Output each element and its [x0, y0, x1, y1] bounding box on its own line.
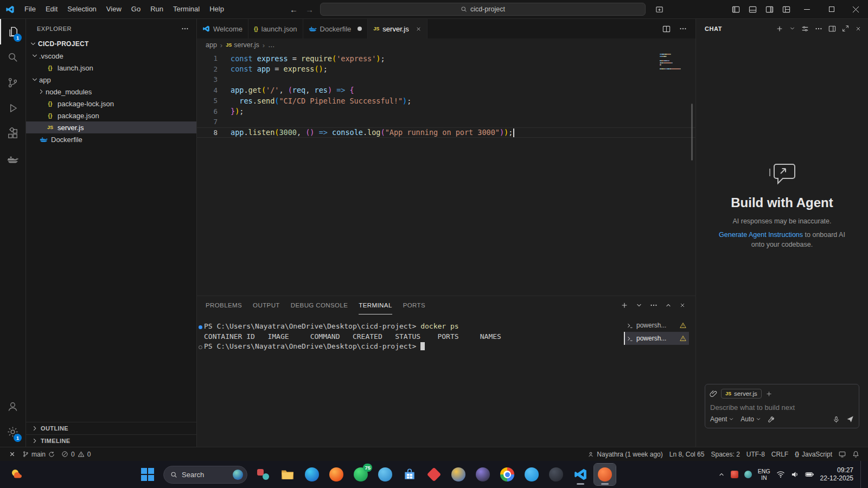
git-blame-item[interactable]: Nayathra (1 week ago): [584, 447, 666, 461]
source-control-activity-icon[interactable]: [0, 70, 25, 95]
tab-Welcome[interactable]: Welcome: [197, 19, 248, 38]
customize-layout-icon[interactable]: [778, 0, 795, 18]
language-indicator[interactable]: ENG IN: [758, 468, 770, 481]
toggle-sidebar-icon[interactable]: [727, 0, 744, 18]
attach-icon[interactable]: [710, 390, 717, 397]
tree-item-node_modules[interactable]: node_modules: [26, 86, 196, 98]
new-window-icon[interactable]: [651, 5, 668, 14]
forward-icon[interactable]: →: [304, 5, 315, 14]
minimize-button[interactable]: [795, 0, 819, 18]
menu-selection[interactable]: Selection: [62, 0, 101, 18]
panel-tab-ports[interactable]: PORTS: [403, 296, 425, 314]
wifi-icon[interactable]: [776, 471, 785, 478]
terminal-view[interactable]: PS C:\Users\Nayatra\OneDrive\Desktop\cic…: [197, 314, 695, 447]
tray-chevron-icon[interactable]: [718, 471, 725, 478]
settings-gear-icon[interactable]: 1: [0, 419, 25, 445]
tab-launch.json[interactable]: {}launch.json: [248, 19, 303, 38]
panel-more-icon[interactable]: [650, 301, 658, 309]
taskbar-app-dark-app[interactable]: [545, 464, 567, 485]
menu-go[interactable]: Go: [126, 0, 145, 18]
close-button[interactable]: [844, 0, 868, 18]
code-line-5[interactable]: 5 res.send("CI/CD Pipeline Successful!")…: [197, 95, 695, 106]
menu-help[interactable]: Help: [205, 0, 229, 18]
panel-tab-terminal[interactable]: TERMINAL: [359, 296, 392, 314]
taskbar-app-utility[interactable]: [252, 464, 274, 485]
tree-item-Dockerfile[interactable]: Dockerfile: [26, 133, 196, 145]
breadcrumb-item-server.js[interactable]: JSserver.js: [226, 41, 259, 49]
cursor-position-item[interactable]: Ln 8, Col 65: [666, 447, 708, 461]
taskbar-app-store[interactable]: [399, 464, 420, 485]
taskbar-app-chrome[interactable]: [496, 464, 518, 485]
timeline-section[interactable]: TIMELINE: [26, 434, 196, 447]
editor-more-icon[interactable]: [679, 25, 687, 33]
tree-item-package.json[interactable]: {}package.json: [26, 110, 196, 121]
code-line-6[interactable]: 6});: [197, 106, 695, 117]
close-chat-icon[interactable]: [855, 25, 861, 32]
account-icon[interactable]: [0, 394, 25, 419]
tray-app-2-icon[interactable]: [744, 471, 752, 478]
maximize-panel-icon[interactable]: [665, 302, 672, 309]
notifications-bell-icon[interactable]: [849, 447, 863, 461]
taskbar-app-sphere-app[interactable]: [448, 464, 469, 485]
git-branch-item[interactable]: main: [19, 447, 58, 461]
scrollbar-thumb[interactable]: [691, 104, 693, 160]
code-line-3[interactable]: 3: [197, 74, 695, 85]
chat-dropdown-icon[interactable]: [789, 25, 795, 31]
new-chat-icon[interactable]: [776, 25, 783, 33]
terminal-dropdown-icon[interactable]: [636, 302, 642, 309]
tree-item-.vscode[interactable]: .vscode: [26, 50, 196, 62]
menu-terminal[interactable]: Terminal: [168, 0, 205, 18]
chat-config-icon[interactable]: [801, 25, 809, 33]
menu-view[interactable]: View: [101, 0, 126, 18]
panel-tab-problems[interactable]: PROBLEMS: [206, 296, 242, 314]
generate-instructions-link[interactable]: Generate Agent Instructions: [719, 231, 803, 239]
language-mode-item[interactable]: {} JavaScript: [792, 447, 835, 461]
chat-input-box[interactable]: JS server.js Describe what to build next…: [705, 384, 859, 428]
search-activity-icon[interactable]: [0, 44, 25, 70]
taskbar-app-vscode[interactable]: [570, 464, 591, 485]
explorer-activity-icon[interactable]: 1: [0, 19, 25, 44]
encoding-item[interactable]: UTF-8: [743, 447, 768, 461]
weather-widget[interactable]: [10, 467, 24, 481]
tree-item-server.js[interactable]: JSserver.js: [26, 121, 196, 133]
close-tab-icon[interactable]: [416, 26, 422, 32]
breadcrumb-item-…[interactable]: …: [268, 41, 275, 49]
tab-Dockerfile[interactable]: Dockerfile: [303, 19, 368, 38]
code-line-7[interactable]: 7: [197, 117, 695, 127]
screencast-icon[interactable]: [835, 447, 849, 461]
eol-item[interactable]: CRLF: [768, 447, 792, 461]
indentation-item[interactable]: Spaces: 2: [707, 447, 743, 461]
add-context-icon[interactable]: [765, 390, 773, 397]
maximize-button[interactable]: [819, 0, 844, 18]
battery-icon[interactable]: [805, 471, 814, 478]
tree-item-package-lock.json[interactable]: {}package-lock.json: [26, 98, 196, 110]
chat-input-field[interactable]: Describe what to build next: [705, 399, 859, 415]
menu-run[interactable]: Run: [145, 0, 168, 18]
taskbar-app-file-explorer[interactable]: [277, 464, 298, 485]
tab-server.js[interactable]: JSserver.js: [368, 19, 427, 38]
editor-scrollbar[interactable]: [688, 52, 695, 296]
docker-activity-icon[interactable]: [0, 146, 25, 172]
terminal-instance-1[interactable]: powersh...: [624, 319, 689, 332]
toggle-panel-icon[interactable]: [744, 0, 761, 18]
panel-tab-debug-console[interactable]: DEBUG CONSOLE: [291, 296, 348, 314]
code-line-1[interactable]: 1const express = require('express');: [197, 53, 695, 64]
outline-section[interactable]: OUTLINE: [26, 422, 196, 434]
expand-chat-icon[interactable]: [842, 25, 849, 32]
taskbar-search[interactable]: Search: [163, 466, 247, 484]
code-line-8[interactable]: 8app.listen(3000, () => console.log("App…: [197, 127, 695, 138]
taskbar-app-firefox[interactable]: [326, 464, 347, 485]
tray-app-1-icon[interactable]: [731, 471, 738, 478]
breadcrumb-item-app[interactable]: app: [206, 41, 217, 49]
back-icon[interactable]: ←: [289, 5, 299, 14]
code-line-4[interactable]: 4app.get('/', (req, res) => {: [197, 85, 695, 96]
command-center[interactable]: cicd-project: [320, 3, 646, 16]
minimap[interactable]: [660, 54, 686, 70]
split-editor-icon[interactable]: [662, 25, 671, 33]
clock[interactable]: 09:27 22-12-2025: [820, 466, 853, 483]
panel-tab-output[interactable]: OUTPUT: [253, 296, 280, 314]
context-chip-serverjs[interactable]: JS server.js: [721, 389, 762, 399]
terminal-instance-2[interactable]: powersh...: [624, 332, 689, 345]
start-button[interactable]: [137, 464, 158, 485]
taskbar-app-twitter[interactable]: [521, 464, 542, 485]
